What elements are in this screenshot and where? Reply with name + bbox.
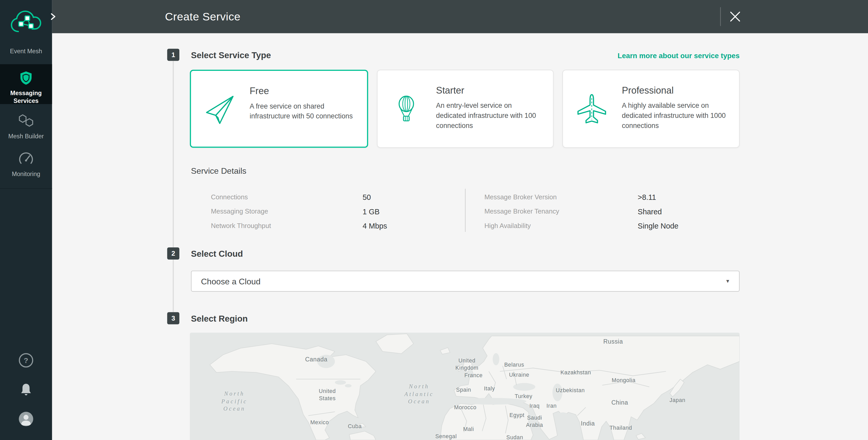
map-country-label: Turkey [515,393,532,400]
sidebar-divider [0,188,52,189]
chevron-down-icon: ▼ [725,278,730,284]
map-country-label: Kazakhstan [560,369,591,376]
create-service-page: Event Mesh Messaging Services Mesh Build… [0,0,868,440]
step-connector-line [173,259,174,312]
modal-header: Create Service [52,0,868,33]
map-country-label: Italy [484,385,495,392]
map-country-label: Uzbekistan [556,386,585,394]
sidebar-item-mesh-builder[interactable]: Mesh Builder [0,108,52,145]
chevron-right-icon [51,13,56,21]
details-column-divider [465,189,466,232]
service-details-right: Message Broker Version >8.11 Message Bro… [485,190,679,233]
header-divider [720,7,721,26]
sidebar-item-monitoring[interactable]: Monitoring [0,147,52,182]
solace-cloud-logo[interactable] [0,4,52,40]
map-country-label: Canada [305,355,327,363]
map-country-label: India [581,419,595,427]
map-country-label: Morocco [454,404,477,411]
cloud-select[interactable]: Choose a Cloud ▼ [191,271,740,292]
detail-value: Shared [638,207,662,216]
close-icon [728,9,742,24]
service-details-title: Service Details [191,166,246,175]
service-type-card[interactable]: Starter An entry-level service on dedica… [377,70,554,148]
map-country-label: Thailand [610,424,632,432]
map-country-label: Egypt [509,412,524,419]
map-country-label: China [611,398,628,406]
service-type-name: Professional [622,85,729,96]
cloud-logo-icon [9,8,42,36]
question-mark-icon: ? [24,356,28,365]
map-country-label: Iraq [529,402,539,409]
detail-label: Network Throughput [211,222,363,229]
service-type-card[interactable]: Professional A highly available service … [563,70,740,148]
detail-row: Message Broker Tenancy Shared [485,204,679,219]
help-button[interactable]: ? [19,353,33,368]
page-title: Create Service [165,0,240,33]
map-country-label: Mali [463,425,474,433]
map-country-label: Mongolia [612,377,636,384]
map-country-label: Sudan [506,434,523,440]
service-type-description: An entry-level service on dedicated infr… [436,101,543,131]
service-type-cards: Free A free service on shared infrastruc… [190,70,740,148]
sidebar-item-label: Mesh Builder [2,133,50,140]
service-type-description: A free service on shared infrastructure … [250,101,357,122]
bell-icon [20,382,32,396]
map-country-label: Senegal [435,433,457,440]
service-type-name: Free [250,86,357,97]
create-service-form: 1 Select Service Type Learn more about o… [52,33,868,440]
detail-label: Message Broker Version [485,193,638,201]
detail-value: Single Node [638,222,679,230]
detail-row: Connections 50 [211,190,387,204]
map-country-label: Belarus [504,361,524,368]
detail-value: >8.11 [638,193,656,201]
detail-label: High Availability [485,222,638,229]
map-country-label: Mexico [310,419,329,426]
map-country-label: United States [319,387,336,402]
step-2-badge: 2 [167,247,179,259]
cloud-select-value: Choose a Cloud [201,276,260,286]
detail-row: Network Throughput 4 Mbps [211,219,387,233]
detail-label: Message Broker Tenancy [485,208,638,215]
paper-plane-icon [191,71,249,147]
service-type-card[interactable]: Free A free service on shared infrastruc… [190,70,368,148]
detail-row: High Availability Single Node [485,219,679,233]
region-map[interactable]: RussiaCanadaUnited KingdomBelarusFranceU… [190,333,740,440]
map-country-label: Spain [456,386,471,393]
detail-value: 4 Mbps [363,222,387,230]
step-1-badge: 1 [167,49,179,61]
shield-icon [20,71,32,85]
user-avatar[interactable] [19,412,33,426]
map-country-label: Russia [603,337,623,345]
close-button[interactable] [728,9,742,24]
detail-row: Messaging Storage 1 GB [211,204,387,219]
step-connector-line [173,61,174,247]
service-details-left: Connections 50 Messaging Storage 1 GB Ne… [211,190,387,233]
map-country-label: Cuba [348,422,362,430]
map-ocean-label: North Atlantic Ocean [404,383,434,405]
sidebar-item-event-mesh[interactable]: Event Mesh [0,41,52,59]
map-country-label: France [465,372,483,379]
map-country-label: United Kingdom [456,357,478,372]
step-3-badge: 3 [167,312,179,324]
sidebar-item-label: Monitoring [2,170,50,178]
notifications-button[interactable] [19,382,33,396]
detail-label: Messaging Storage [211,208,363,215]
detail-value: 1 GB [363,207,380,216]
airplane-icon [563,70,621,147]
sidebar-item-label: Messaging Services [2,90,50,105]
gauge-icon [18,152,34,166]
sidebar: Event Mesh Messaging Services Mesh Build… [0,0,52,440]
sidebar-item-messaging-services[interactable]: Messaging Services [0,64,52,104]
sidebar-expand-chevron[interactable] [49,12,57,21]
person-icon [19,412,33,426]
service-type-name: Starter [436,85,543,96]
service-type-description: A highly available service on dedicated … [622,101,729,131]
map-country-label: Japan [670,397,685,404]
step-2-title: Select Cloud [191,249,243,259]
map-country-label: Saudi Arabia [526,414,543,428]
detail-row: Message Broker Version >8.11 [485,190,679,204]
map-ocean-label: North Pacific Ocean [221,390,247,413]
map-country-label: Iran [547,402,557,409]
learn-more-link[interactable]: Learn more about our service types [618,52,740,60]
step-3-title: Select Region [191,314,248,324]
